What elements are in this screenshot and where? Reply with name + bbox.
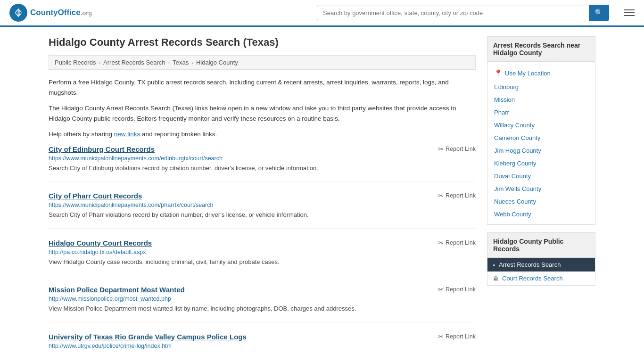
nearby-link-item: Willacy County	[487, 119, 595, 132]
results-list: City of Edinburg Court Records ✂ Report …	[49, 145, 476, 360]
result-item: Hidalgo County Court Records ✂ Report Li…	[49, 239, 476, 276]
nearby-link-item: Pharr	[487, 106, 595, 119]
menu-icon-bar	[624, 15, 635, 16]
logo-icon	[9, 4, 27, 22]
scissors-icon: ✂	[438, 192, 444, 199]
breadcrumb-arrest-records[interactable]: Arrest Records Search	[103, 59, 165, 66]
result-url-0: https://www.municipalonlinepayments.com/…	[49, 155, 476, 162]
breadcrumb: Public Records › Arrest Records Search ›…	[49, 55, 476, 70]
use-my-location[interactable]: 📍 Use My Location	[487, 66, 595, 81]
nearby-title: Arrest Records Search near Hidalgo Count…	[487, 37, 595, 62]
nearby-link-7[interactable]: Duval County	[494, 173, 531, 180]
result-item: University of Texas Rio Grande Valley Ca…	[49, 333, 476, 360]
scissors-icon: ✂	[438, 239, 444, 247]
breadcrumb-sep: ›	[99, 60, 100, 66]
breadcrumb-sep: ›	[191, 60, 193, 66]
report-link-4[interactable]: ✂ Report Link	[438, 333, 476, 340]
nearby-link-8[interactable]: Jim Wells County	[494, 185, 541, 192]
nearby-link-5[interactable]: Jim Hogg County	[494, 147, 541, 154]
public-record-item-0[interactable]: ▪ Arrest Records Search	[487, 258, 595, 272]
report-link-1[interactable]: ✂ Report Link	[438, 192, 476, 199]
logo[interactable]: CountyOffice.org	[9, 4, 92, 22]
public-records-list: ▪ Arrest Records Search 🏛 Court Records …	[487, 258, 595, 285]
result-desc-2: View Hidalgo County case records, includ…	[49, 257, 476, 267]
result-header-3: Mission Police Department Most Wanted ✂ …	[49, 286, 476, 294]
nearby-link-item: Jim Hogg County	[487, 144, 595, 157]
nearby-link-item: Nueces County	[487, 195, 595, 208]
nearby-link-item: Mission	[487, 93, 595, 106]
search-icon: 🔍	[594, 8, 603, 16]
result-header-0: City of Edinburg Court Records ✂ Report …	[49, 145, 476, 153]
result-url-1: https://www.municipalonlinepayments.com/…	[49, 202, 476, 208]
record-icon: 🏛	[493, 276, 498, 281]
nearby-link-1[interactable]: Mission	[494, 96, 515, 103]
nearby-link-item: Kleberg County	[487, 157, 595, 170]
description-3: Help others by sharing new links and rep…	[49, 129, 476, 140]
result-url-4: http://www.utrgv.edu/police/crime-log/in…	[49, 343, 476, 349]
nearby-links: EdinburgMissionPharrWillacy CountyCamero…	[487, 81, 595, 221]
nearby-link-item: Edinburg	[487, 81, 595, 93]
new-links-link[interactable]: new links	[114, 131, 140, 138]
nearby-link-9[interactable]: Nueces County	[494, 198, 536, 205]
result-desc-0: Search City of Edinburg violations recor…	[49, 164, 476, 173]
nearby-link-item: Webb County	[487, 208, 595, 221]
public-record-link-1[interactable]: Court Records Search	[502, 275, 563, 282]
sidebar: Arrest Records Search near Hidalgo Count…	[487, 36, 595, 362]
nearby-list: 📍 Use My Location EdinburgMissionPharrWi…	[487, 62, 595, 224]
breadcrumb-hidalgo[interactable]: Hidalgo County	[196, 59, 238, 66]
menu-icon-bar	[624, 12, 635, 13]
nearby-link-4[interactable]: Cameron County	[494, 134, 540, 141]
result-header-2: Hidalgo County Court Records ✂ Report Li…	[49, 239, 476, 247]
nearby-link-3[interactable]: Willacy County	[494, 122, 535, 129]
report-link-2[interactable]: ✂ Report Link	[438, 239, 476, 247]
report-link-3[interactable]: ✂ Report Link	[438, 286, 476, 293]
result-title-4[interactable]: University of Texas Rio Grande Valley Ca…	[49, 333, 247, 341]
result-item: Mission Police Department Most Wanted ✂ …	[49, 286, 476, 322]
result-title-1[interactable]: City of Pharr Court Records	[49, 192, 142, 200]
result-title-2[interactable]: Hidalgo County Court Records	[49, 239, 152, 247]
description-2: The Hidalgo County Arrest Records Search…	[49, 103, 476, 123]
public-record-link-0[interactable]: Arrest Records Search	[499, 261, 561, 268]
record-icon-active: ▪	[493, 262, 495, 268]
desc3-pre: Help others by sharing	[49, 131, 114, 138]
page-title: Hidalgo County Arrest Records Search (Te…	[49, 36, 476, 49]
result-item: City of Edinburg Court Records ✂ Report …	[49, 145, 476, 182]
result-desc-1: Search City of Pharr violations record b…	[49, 210, 476, 220]
description-1: Perform a free Hidalgo County, TX public…	[49, 77, 476, 98]
public-records-section: Hidalgo County Public Records ▪ Arrest R…	[487, 232, 595, 286]
result-title-0[interactable]: City of Edinburg Court Records	[49, 145, 155, 153]
public-record-item-1[interactable]: 🏛 Court Records Search	[487, 272, 595, 285]
result-item: City of Pharr Court Records ✂ Report Lin…	[49, 192, 476, 229]
menu-icon-bar	[624, 9, 635, 10]
report-link-0[interactable]: ✂ Report Link	[438, 145, 476, 153]
menu-button[interactable]	[624, 9, 635, 16]
result-url-2: http://pa.co.hidalgo.tx.us/default.aspx	[49, 249, 476, 255]
scissors-icon: ✂	[438, 286, 444, 293]
nearby-link-2[interactable]: Pharr	[494, 109, 509, 116]
nearby-section: Arrest Records Search near Hidalgo Count…	[487, 36, 595, 225]
result-header-1: City of Pharr Court Records ✂ Report Lin…	[49, 192, 476, 200]
logo-text: CountyOffice.org	[30, 8, 92, 17]
scissors-icon: ✂	[438, 145, 444, 153]
result-url-3: http://www.missionpolice.org/most_wanted…	[49, 296, 476, 302]
nearby-link-item: Duval County	[487, 170, 595, 182]
nearby-link-item: Cameron County	[487, 132, 595, 144]
location-icon: 📍	[494, 69, 502, 77]
search-input[interactable]	[317, 6, 589, 20]
nearby-link-0[interactable]: Edinburg	[494, 83, 519, 90]
search-area: 🔍	[317, 5, 609, 21]
breadcrumb-texas[interactable]: Texas	[173, 59, 189, 66]
result-header-4: University of Texas Rio Grande Valley Ca…	[49, 333, 476, 341]
main-container: Hidalgo County Arrest Records Search (Te…	[39, 27, 605, 362]
result-desc-3: View Mission Police Department most want…	[49, 304, 476, 313]
search-button[interactable]: 🔍	[589, 5, 609, 21]
scissors-icon: ✂	[438, 333, 444, 340]
nearby-link-10[interactable]: Webb County	[494, 211, 531, 218]
content-area: Hidalgo County Arrest Records Search (Te…	[49, 36, 476, 362]
public-records-title: Hidalgo County Public Records	[487, 233, 595, 258]
nearby-link-6[interactable]: Kleberg County	[494, 160, 537, 167]
desc3-post: and reporting broken links.	[140, 131, 217, 138]
site-header: CountyOffice.org 🔍	[0, 0, 644, 27]
result-title-3[interactable]: Mission Police Department Most Wanted	[49, 286, 185, 294]
breadcrumb-public-records[interactable]: Public Records	[55, 59, 96, 66]
